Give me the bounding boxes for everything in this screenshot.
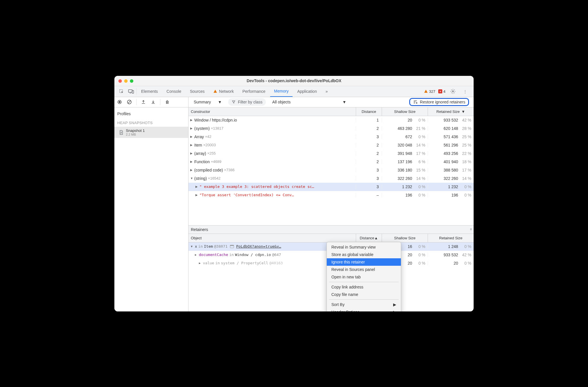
col-retained[interactable]: Retained Size ▼ (428, 107, 474, 116)
menu-item[interactable]: Ignore this retainer (327, 258, 401, 266)
sort-desc-icon: ▼ (462, 109, 465, 114)
more-icon[interactable]: ⋮ (462, 88, 468, 95)
col-distance[interactable]: Distance▲ (356, 234, 382, 242)
memory-toolbar: Summary ▼ Filter by class All objects ▼ … (114, 97, 474, 107)
zoom-window-icon[interactable] (130, 79, 133, 83)
devtools-window: DevTools - codepen.io/web-dot-dev/live/P… (114, 76, 474, 311)
errors-badge[interactable]: ✕ 4 (438, 89, 445, 94)
col-distance[interactable]: Distance (356, 107, 382, 116)
menu-item[interactable]: Reveal in Sources panel (327, 266, 401, 273)
menu-item[interactable]: Copy file name (327, 291, 401, 298)
tab-sources[interactable]: Sources (186, 86, 209, 97)
constructors-header: Constructor Distance Shallow Size Retain… (189, 107, 474, 116)
table-row[interactable]: ▶Window / https://cdpn.io 1200 %933 5324… (189, 116, 474, 124)
col-shallow[interactable]: Shallow Size (382, 234, 428, 242)
retainers-heading: Retainers ≡ (189, 225, 474, 234)
filter-input[interactable]: Filter by class (228, 98, 266, 106)
menu-item[interactable]: Copy link address (327, 283, 401, 291)
sidebar-category: HEAP SNAPSHOTS (114, 119, 188, 127)
table-row[interactable]: ▶Array ×4236720 %571 43625 % (189, 133, 474, 141)
chevron-down-icon: ▼ (342, 100, 346, 104)
table-row[interactable]: ▼(string) ×165423322 26014 %322 26014 % (189, 174, 474, 183)
table-row[interactable]: ▶" example 3 example 3: scattered object… (189, 183, 474, 191)
menu-item[interactable]: Open in new tab (327, 273, 401, 281)
restore-ignored-button[interactable]: Restore ignored retainers (409, 98, 469, 106)
menu-item[interactable]: Reveal in Summary view (327, 243, 401, 251)
sort-asc-icon: ▲ (374, 236, 378, 240)
save-icon[interactable] (150, 99, 156, 105)
restore-icon (413, 100, 418, 104)
snapshot-icon (119, 130, 124, 134)
context-menu: Reveal in Summary viewStore as global va… (326, 242, 401, 311)
tab-elements[interactable]: Elements (137, 86, 162, 97)
tab-application[interactable]: Application (293, 86, 321, 97)
tabbar-right: 327 ✕ 4 ⋮ (424, 88, 471, 95)
svg-rect-8 (230, 245, 234, 246)
sidebar: Profiles HEAP SNAPSHOTS Snapshot 1 2.2 M… (114, 107, 189, 311)
window-title: DevTools - codepen.io/web-dot-dev/live/P… (118, 78, 470, 83)
table-row[interactable]: ▶(system) ×138172463 28021 %620 14828 % (189, 124, 474, 133)
tab-memory[interactable]: Memory (270, 86, 293, 97)
view-dropdown[interactable]: Summary ▼ (191, 100, 224, 104)
load-icon[interactable] (141, 99, 146, 105)
tab-console[interactable]: Console (162, 86, 185, 97)
close-window-icon[interactable] (118, 79, 122, 83)
tab-performance[interactable]: Performance (238, 86, 269, 97)
titlebar: DevTools - codepen.io/web-dot-dev/live/P… (114, 76, 474, 86)
more-tabs[interactable]: » (322, 86, 332, 97)
retainers-header: Object Distance▲ Shallow Size Retained S… (189, 234, 474, 242)
error-icon: ✕ (438, 89, 442, 93)
table-row[interactable]: ▶"Torque assert 'Convert(endIndex) <= Co… (189, 191, 474, 199)
clear-icon[interactable] (126, 99, 132, 105)
record-icon[interactable] (117, 99, 122, 105)
menu-item[interactable]: Sort By▶ (327, 301, 401, 308)
table-row[interactable]: ▶Item ×200032320 04814 %561 29625 % (189, 141, 474, 149)
constructors-rows: ▶Window / https://cdpn.io 1200 %933 5324… (189, 116, 474, 225)
retainers-menu-icon[interactable]: ≡ (470, 227, 472, 231)
table-row[interactable]: ▶(array) ×2552391 94817 %493 25622 % (189, 149, 474, 158)
settings-icon[interactable] (449, 88, 456, 95)
tab-network[interactable]: Network (209, 86, 238, 97)
col-constructor[interactable]: Constructor (189, 109, 356, 114)
table-row[interactable]: ▶Function ×46892137 1966 %401 94018 % (189, 158, 474, 166)
device-toolbar-icon[interactable] (128, 88, 134, 95)
chevron-down-icon: ▼ (218, 100, 222, 104)
delete-icon[interactable] (164, 99, 170, 105)
menu-item[interactable]: Header Options▶ (327, 308, 401, 311)
window-controls (118, 79, 133, 83)
minimize-window-icon[interactable] (124, 79, 128, 83)
table-row[interactable]: ▶(compiled code) ×73863336 18015 %388 58… (189, 166, 474, 174)
objects-dropdown[interactable]: All objects ▼ (270, 100, 349, 104)
col-retained[interactable]: Retained Size (428, 234, 474, 242)
sidebar-heading: Profiles (114, 110, 188, 119)
col-object[interactable]: Object (189, 236, 356, 240)
filter-icon (232, 100, 236, 104)
inspect-icon[interactable] (118, 88, 125, 95)
profile-actions (114, 97, 189, 107)
svg-rect-1 (128, 90, 132, 92)
col-shallow[interactable]: Shallow Size (382, 107, 428, 116)
svg-point-5 (119, 101, 120, 103)
sidebar-item-snapshot[interactable]: Snapshot 1 2.2 MB (114, 127, 188, 138)
tabbar: ElementsConsoleSourcesNetworkPerformance… (114, 86, 474, 97)
svg-point-3 (452, 91, 454, 92)
warnings-badge[interactable]: 327 (424, 89, 435, 94)
menu-item[interactable]: Store as global variable (327, 251, 401, 258)
